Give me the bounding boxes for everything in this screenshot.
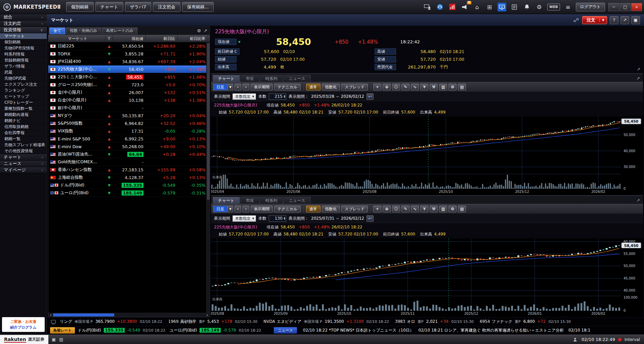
watchlist-row-原油(WTI原油先...[interactable]: 原油(WTI原油先...▼64.64+0.28+0.44% (48, 150, 210, 158)
sidebar-section-投資情報[interactable]: 投資情報∨ (0, 27, 47, 33)
ticker-item[interactable]: 3983オロ東P2,021+3402/10 15:30 (392, 319, 476, 324)
toolbar-info-icon[interactable]: ⓘ (392, 84, 400, 90)
watchlist-row-E-mini Dow[interactable]: E-mini Dow▲50,268.00+49.00+0.10% (48, 143, 210, 150)
minimize-button[interactable]: ─ (608, 3, 619, 11)
fx-rate-badge[interactable]: 為替レート (50, 327, 75, 334)
interval-select[interactable]: 日足▼ (213, 206, 233, 212)
maximize-button[interactable]: □ (620, 3, 631, 11)
news-headline[interactable]: 02/10 18:1 (568, 328, 590, 333)
toolbar-wave-icon[interactable]: ∿ (411, 84, 419, 90)
column-header-現在値[interactable]: 現在値 (113, 35, 146, 42)
popout-button[interactable]: ↗ (620, 16, 629, 24)
layout-button[interactable]: ▣ (631, 16, 640, 24)
watchlist-expand-icon[interactable]: ↗ (204, 28, 207, 33)
scroll-right-arrow[interactable]: ▸ (205, 313, 210, 317)
count-spinner[interactable]: ▲▼ (284, 95, 285, 98)
toolbar-info-icon[interactable]: ⓘ (392, 206, 400, 212)
watchlist-settings-icon[interactable]: ⚙ (197, 28, 201, 33)
ticker-item[interactable]: リング米国市場 P365.7900+10.380002/10 18:22 (58, 319, 165, 324)
spinner-down-icon[interactable]: ▼ (284, 96, 285, 98)
watchlist-row-NYダウ[interactable]: NYダウ▲50,135.87+20.20+0.04% (48, 112, 210, 120)
filter-tab-為替レートのみ[interactable]: 為替レートのみ (102, 28, 137, 34)
sidebar-item-CFDトレーダー[interactable]: CFDトレーダー (0, 100, 47, 106)
sidebar-item-銘柄ナビ[interactable]: 銘柄ナビ (0, 118, 47, 124)
sidebar-item-ザラバ情報[interactable]: ザラバ情報 (0, 63, 47, 70)
chart-nav-next-button[interactable]: › (243, 206, 249, 212)
topbar-tab-注文照会[interactable]: 注文照会 (153, 2, 180, 12)
sidebar-item-ランキング[interactable]: ランキング (0, 88, 47, 94)
reload-icon[interactable]: ↩ (367, 93, 374, 100)
filter-tab-指数・先物のみ[interactable]: 指数・先物のみ (66, 28, 101, 34)
announce-icon[interactable]: N (460, 3, 469, 11)
rakuten-brand[interactable]: Rakuten 楽天証券 (0, 335, 48, 344)
watchlist-row-上海総合指数[interactable]: 上海総合指数▼4,128.37+5.28+0.13% (48, 174, 210, 181)
sidebar-section-注文約定[interactable]: 注文約定› (0, 20, 47, 27)
toolbar-button-表示期間[interactable]: 表示期間 (251, 84, 273, 90)
scroll-left-arrow[interactable]: ◂ (48, 313, 53, 317)
watchlist-row-E-mini S&P 500[interactable]: E-mini S&P 500▲6,992.25+9.00+0.13% (48, 135, 210, 143)
ticker-item[interactable]: 6954ファナック東P6,800+7202/10 15:30 (476, 319, 573, 324)
panel-tab-チャート[interactable]: チャート (213, 75, 240, 82)
sidebar-item-その他投資情報[interactable]: その他投資情報 (0, 148, 47, 154)
toolbar-add-icon[interactable]: + (373, 84, 381, 90)
watchlist-row-TOPIX[interactable]: TOPIX▼3,855.28+71.71+1.90% (48, 50, 210, 58)
panel-tab-時系列[interactable]: 時系列 (260, 197, 283, 204)
sidebar-section-ニュース[interactable]: ニュース› (0, 161, 47, 167)
toolbar-histogram-icon[interactable]: ▥ (439, 206, 447, 212)
period-mode-select[interactable]: 本数指定▼ (232, 215, 256, 222)
sidebar-item-個別銘柄[interactable]: 個別銘柄 (0, 39, 47, 45)
panel-expand-icon[interactable]: ↗ (635, 76, 641, 82)
period-mode-select[interactable]: 本数指定▼ (232, 93, 256, 100)
order-button[interactable]: 注文 ▼ (582, 16, 607, 24)
quote-expand-icon[interactable]: ↗ (637, 67, 640, 72)
toolbar-wave-icon[interactable]: ∿ (411, 206, 419, 212)
toolbar-button-テクニカル[interactable]: テクニカル (274, 206, 301, 212)
topbar-tab-ザラバ7[interactable]: ザラバ7 (125, 2, 151, 12)
sidebar-item-業種別指数一覧[interactable]: 業種別指数一覧 (0, 106, 47, 112)
ticker-item[interactable]: NVDAエヌビディア米国市場 P191.3500+1.310002/10 18:… (260, 319, 391, 324)
web-badge[interactable]: WEB (547, 4, 560, 10)
watchlist-row-グロース250先物(...[interactable]: グロース250先物(...▲723.0+5.0+0.70% (48, 81, 210, 89)
toolbar-button-テクニカル[interactable]: テクニカル (274, 84, 301, 90)
chart-nav-prev-button[interactable]: ‹ (234, 206, 241, 212)
stock-app-icon[interactable] (448, 3, 457, 11)
toolbar-zoom-in-icon[interactable]: ⊕ (383, 206, 391, 212)
candlestick-chart[interactable]: 30,00040,00050,0002025/042025/062025/082… (211, 117, 643, 195)
home-icon[interactable]: ⌂ (473, 3, 481, 11)
help-button[interactable]: ? (610, 16, 618, 24)
interval-select[interactable]: 日足▼ (213, 84, 233, 90)
mode-button-指数化[interactable]: 指数化 (322, 206, 340, 212)
sidebar-item-銘柄動向速報[interactable]: 銘柄動向速報 (0, 112, 47, 118)
topbar-tab-個別銘柄[interactable]: 個別銘柄 (66, 2, 94, 12)
panel-tab-時系列[interactable]: 時系列 (260, 75, 283, 82)
watchlist-row-銀(中心限月)[interactable]: 銀(中心限月)- (48, 104, 210, 112)
toolbar-tools-icon[interactable]: ⚒ (430, 206, 438, 212)
menu-icon[interactable]: ≡ (564, 3, 572, 11)
sidebar-item-ヒートマップ[interactable]: ヒートマップ (0, 94, 47, 100)
watchlist-row-白金(中心限月)[interactable]: 白金(中心限月)▲10,138+138+1.38% (48, 96, 210, 104)
fx-ticker-item[interactable]: ユーロ/円(Bid)185.149-0.57902/10 18:22 (168, 328, 264, 333)
panel-tab-ニュース[interactable]: ニュース (284, 75, 311, 82)
referral-ad-banner[interactable]: ご家族・お友達 紹介プログラム (2, 317, 45, 332)
chart-nav-prev-button[interactable]: ‹ (234, 84, 241, 90)
toolbar-wrench-icon[interactable]: ⚙ (448, 84, 457, 90)
panel-tab-市況[interactable]: 市況 (241, 75, 259, 82)
ticker-monitor-icon[interactable] (50, 318, 57, 325)
sidebar-item-先物OP市況情報[interactable]: 先物OP市況情報 (0, 45, 47, 51)
column-header-前日比率[interactable]: 前日比率 (178, 35, 208, 42)
toolbar-zoom-in-icon[interactable]: ⊕ (383, 84, 391, 90)
sidebar-item-エクスプレス注文[interactable]: エクスプレス注文 (0, 82, 47, 88)
panel-tab-ニュース[interactable]: ニュース (284, 197, 311, 204)
watchlist-row-日経225[interactable]: 日経225▲57,650.54+1,286.60+2.28% (48, 42, 210, 50)
watchlist-row-ユーロ/円(Bid)[interactable]: ユーロ/円(Bid)▼185.149-0.579-0.31% (48, 189, 210, 197)
column-header-前日比[interactable]: 前日比 (146, 35, 178, 42)
mode-button-スプレッド[interactable]: スプレッド (341, 206, 368, 212)
watchlist-horizontal-scrollbar[interactable]: ◂ ▸ (48, 313, 210, 317)
link-icon[interactable] (573, 17, 579, 24)
column-header-T[interactable]: T (105, 35, 113, 42)
toolbar-currency-icon[interactable]: ¥ (420, 84, 428, 90)
panel-tab-チャート[interactable]: チャート (213, 197, 240, 204)
spinner-down-icon[interactable]: ▼ (284, 218, 285, 220)
topbar-tab-保有銘柄...[interactable]: 保有銘柄... (182, 2, 214, 12)
bell-icon[interactable] (522, 3, 531, 11)
